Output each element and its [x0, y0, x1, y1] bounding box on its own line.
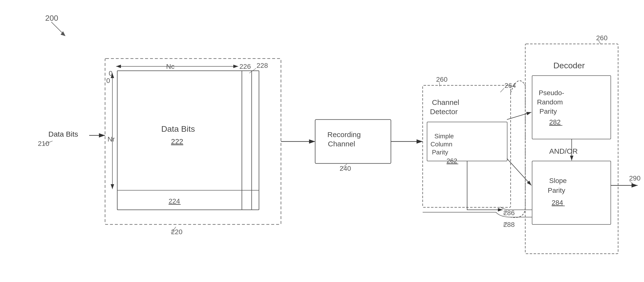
- ref-282: 282: [549, 118, 561, 126]
- fig-ref-200: 200: [45, 14, 58, 22]
- svg-rect-0: [0, 0, 644, 282]
- recording-channel-label2: Channel: [328, 140, 355, 148]
- ref-220: 220: [171, 228, 182, 236]
- patent-diagram: 200 210 Data Bits 220 Dat: [0, 0, 644, 282]
- diagram-container: 200 210 Data Bits 220 Dat: [0, 0, 644, 282]
- data-bits-label: Data Bits: [48, 130, 78, 138]
- ref-290: 290: [629, 174, 640, 182]
- data-bits-inner-label: Data Bits: [161, 124, 195, 134]
- ref-284: 284: [552, 199, 563, 206]
- ref-222: 222: [171, 137, 183, 145]
- ref-226: 226: [240, 63, 251, 70]
- slope-parity-label2: Parity: [548, 187, 565, 194]
- ref-286: 286: [503, 209, 515, 217]
- ref-262: 262: [446, 157, 457, 164]
- ref-288: 288: [503, 221, 515, 228]
- decoder-label: Decoder: [553, 61, 585, 70]
- channel-detector-label: Channel: [432, 98, 459, 106]
- channel-detector-label2: Detector: [430, 108, 458, 116]
- recording-channel-label: Recording: [327, 131, 361, 139]
- ref-260: 260: [436, 76, 448, 83]
- zero-left-label: 0: [106, 77, 110, 84]
- ref-260-decoder: 260: [596, 34, 608, 42]
- pseudo-random-label2: Random: [537, 98, 563, 106]
- pseudo-random-label: Pseudo-: [539, 89, 564, 97]
- simple-col-parity-label2: Column: [430, 141, 452, 148]
- and-or-label: AND/OR: [549, 147, 578, 155]
- ref-228: 228: [256, 62, 268, 69]
- pseudo-random-label3: Parity: [540, 108, 557, 115]
- slope-parity-label: Slope: [549, 177, 567, 184]
- ref-240: 240: [340, 165, 351, 172]
- zero-top-label: 0: [109, 70, 113, 77]
- simple-col-parity-label: Simple: [434, 133, 454, 140]
- ref-210: 210: [38, 140, 49, 147]
- simple-col-parity-label3: Parity: [432, 148, 448, 156]
- nr-label: Nr: [108, 136, 115, 143]
- ref-224: 224: [168, 197, 180, 205]
